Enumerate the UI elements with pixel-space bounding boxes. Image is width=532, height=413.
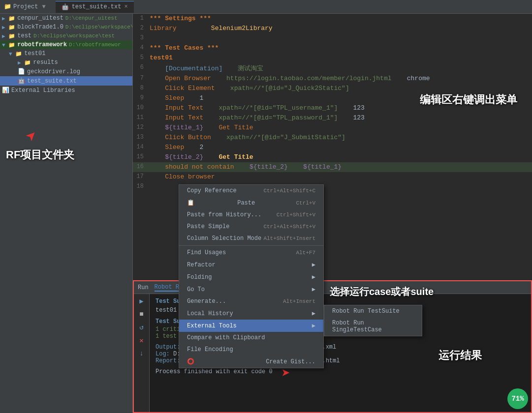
test01-folder-icon: ▼ 📁 xyxy=(9,51,22,57)
ctx-copy-label: Copy Reference xyxy=(187,187,237,194)
ctx-file-encoding-label: File Encoding xyxy=(187,346,233,353)
code-line-9: 9 Sleep 1 xyxy=(133,93,532,103)
sidebar-item-external-libs[interactable]: 📊 External Libraries xyxy=(0,86,132,95)
ctx-compare-clipboard[interactable]: Compare with Clipboard xyxy=(179,332,323,344)
sidebar-item-geckodriver[interactable]: 📄 geckodriver.log xyxy=(0,67,132,76)
ctx-generate-label: Generate... xyxy=(187,298,226,305)
robotframework-path: D:\robotframewor xyxy=(69,42,121,48)
code-line-3: 3 xyxy=(133,33,532,43)
code-line-15: 15 ${title_2} Get Title xyxy=(133,152,532,162)
ctx-create-gist[interactable]: ⭕ Create Gist... xyxy=(179,355,323,368)
ctx-goto-label: Go To xyxy=(187,286,205,293)
blocktrade-label: blockTrade1.0 xyxy=(17,24,63,30)
ctx-local-history[interactable]: Local History ▶ xyxy=(179,307,323,320)
rf-annotation: RF项目文件夹 xyxy=(6,148,74,162)
ctx-copy-reference[interactable]: Copy Reference Ctrl+Alt+Shift+C xyxy=(179,185,323,197)
ctx-paste-history-label: Paste from History... xyxy=(187,211,261,218)
folding-arrow: ▶ xyxy=(312,273,315,281)
local-history-arrow: ▶ xyxy=(312,310,315,317)
run-testsuite-label: Robot Run TestSuite xyxy=(332,308,400,315)
geckodriver-icon: 📄 xyxy=(18,68,25,75)
ctx-find-label: Find Usages xyxy=(187,249,226,256)
ctx-folding[interactable]: Folding ▶ xyxy=(179,271,323,283)
ctx-folding-label: Folding xyxy=(187,274,212,281)
project-title: Project xyxy=(13,3,38,10)
project-label: 📁 Project ▼ xyxy=(4,3,46,10)
ctx-external-tools-label: External Tools xyxy=(187,323,237,329)
ctx-paste-simple-label: Paste Simple xyxy=(187,223,229,230)
test01-label: test01 xyxy=(24,50,45,57)
ctx-paste-icon: 📋 xyxy=(187,199,194,206)
code-line-8: 8 Click Element xpath=//*[@id="J_Quick2S… xyxy=(133,84,532,93)
sidebar-item-blocktrade[interactable]: ▶ 📁 blockTrade1.0 D:\eclipse\workspace\ xyxy=(0,23,132,31)
ctx-refactor-label: Refactor xyxy=(187,262,216,268)
code-line-14: 14 Sleep 2 xyxy=(133,143,532,152)
project-folder-icon: 📁 xyxy=(4,3,11,10)
progress-badge: 71% xyxy=(507,388,528,409)
ctx-find-usages[interactable]: Find Usages Alt+F7 xyxy=(179,247,323,259)
ctx-goto[interactable]: Go To ▶ xyxy=(179,283,323,295)
tab-close-button[interactable]: × xyxy=(124,3,127,10)
refactor-arrow: ▶ xyxy=(312,261,315,268)
robotframework-label: robotframework xyxy=(17,41,67,48)
sidebar-item-robotframework[interactable]: ▼ 📁 robotframework D:\robotframewor xyxy=(0,40,132,49)
ctx-paste-label: Paste xyxy=(237,200,255,206)
rerun-button[interactable]: ↺ xyxy=(138,322,144,332)
results-label: results xyxy=(33,59,58,66)
blocktrade-path: D:\eclipse\workspace\ xyxy=(65,24,133,30)
code-line-4: 4 *** Test Cases *** xyxy=(133,43,532,53)
code-line-5: 5 test01 xyxy=(133,53,532,63)
robot-folder-icon: ▼ 📁 xyxy=(2,42,15,48)
progress-value: 71% xyxy=(511,395,524,403)
rf-label-text: RF项目文件夹 xyxy=(6,148,74,162)
project-sidebar: ▶ 📁 cenpur_uitest D:\cenpur_uitest ▶ 📁 b… xyxy=(0,14,133,413)
ctx-gist-icon: ⭕ xyxy=(187,358,194,365)
ctx-file-encoding[interactable]: File Encoding xyxy=(179,344,323,355)
tab-label: test_suite.txt xyxy=(72,3,122,10)
code-line-10: 10 Input Text xpath=//*[@id="TPL_usernam… xyxy=(133,103,532,113)
submenu-run-single[interactable]: Robot Run SingleTestCase xyxy=(324,317,422,336)
test-path: D:\eclipse\workspace\test xyxy=(33,33,115,39)
run-sidebar: ▶ ■ ↺ ✕ ↓ xyxy=(134,294,150,412)
code-line-6: 6 [Documentation] 测试淘宝 xyxy=(133,63,532,74)
rf-arrow: ➤ xyxy=(21,125,44,148)
sidebar-item-test01[interactable]: ▼ 📁 test01 xyxy=(0,49,132,58)
ctx-sep-1 xyxy=(179,245,323,246)
stop-button[interactable]: ■ xyxy=(138,309,144,319)
ctx-paste-history[interactable]: Paste from History... Ctrl+Shift+V xyxy=(179,209,323,221)
folder-icon: ▶ 📁 xyxy=(2,15,15,22)
close-run-button[interactable]: ✕ xyxy=(138,335,144,346)
sidebar-item-results[interactable]: ▶ 📁 results xyxy=(0,58,132,67)
ctx-compare-label: Compare with Clipboard xyxy=(187,334,265,341)
run-tab[interactable]: Run xyxy=(138,284,149,291)
testsuite-label: test_suite.txt xyxy=(27,78,77,85)
external-tools-arrow: ▶ xyxy=(312,322,315,329)
ctx-paste[interactable]: 📋 Paste Ctrl+V xyxy=(179,197,323,209)
code-line-13: 13 Click Button xpath=//*[@id="J_SubmitS… xyxy=(133,133,532,143)
context-menu: Copy Reference Ctrl+Alt+Shift+C 📋 Paste … xyxy=(179,184,324,368)
run-single-label: Robot Run SingleTestCase xyxy=(332,320,414,333)
submenu-run-testsuite[interactable]: Robot Run TestSuite xyxy=(324,305,422,317)
code-line-1: 1 *** Settings *** xyxy=(133,14,532,24)
sidebar-item-cenpur[interactable]: ▶ 📁 cenpur_uitest D:\cenpur_uitest xyxy=(0,14,132,23)
play-button[interactable]: ▶ xyxy=(138,296,144,306)
sidebar-item-testsuite[interactable]: 🤖 test_suite.txt xyxy=(0,76,132,86)
sidebar-item-test[interactable]: ▶ 📁 test D:\eclipse\workspace\test xyxy=(0,31,132,40)
scroll-button[interactable]: ↓ xyxy=(138,349,144,358)
ctx-external-tools[interactable]: External Tools ▶ xyxy=(179,320,323,332)
ctx-local-history-label: Local History xyxy=(187,310,233,317)
editor-tab[interactable]: 🤖 test_suite.txt × xyxy=(56,1,134,13)
folder-icon-3: ▶ 📁 xyxy=(2,33,15,39)
ctx-paste-simple[interactable]: Paste Simple Ctrl+Alt+Shift+V xyxy=(179,221,323,233)
geckodriver-label: geckodriver.log xyxy=(27,68,80,75)
tab-icon: 🤖 xyxy=(62,3,69,11)
ctx-gist-label: Create Gist... xyxy=(266,358,315,365)
extlibs-icon: 📊 xyxy=(2,87,9,94)
code-line-2: 2 Library Selenium2Library xyxy=(133,24,532,33)
goto-arrow: ▶ xyxy=(312,286,315,293)
cenpur-label: cenpur_uitest xyxy=(17,15,63,22)
code-line-17: 17 Close browser xyxy=(133,172,532,182)
ctx-column-selection[interactable]: Column Selection Mode Alt+Shift+Insert xyxy=(179,233,323,244)
ctx-generate[interactable]: Generate... Alt+Insert xyxy=(179,295,323,307)
ctx-refactor[interactable]: Refactor ▶ xyxy=(179,259,323,271)
